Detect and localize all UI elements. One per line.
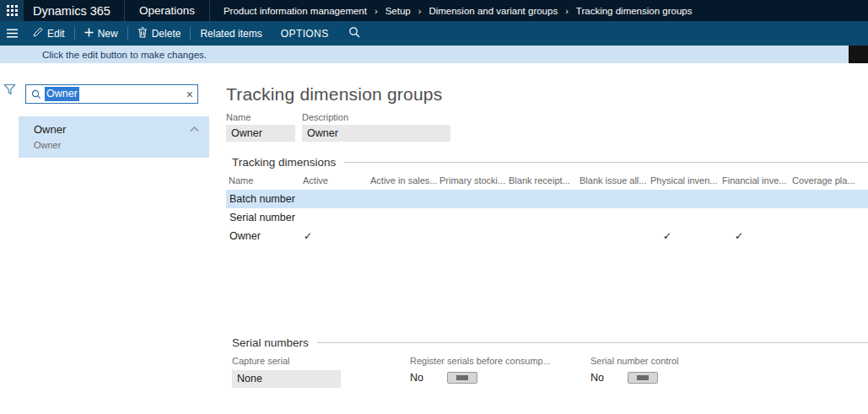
action-pane-toolbar: Edit New Delete Related items OPTIONS xyxy=(0,21,868,46)
table-row-serial-number[interactable]: Serial number xyxy=(226,208,868,227)
header-fields: Name Owner Description Owner xyxy=(226,112,868,142)
hamburger-menu-icon[interactable] xyxy=(0,21,24,46)
tracking-dimensions-section: Tracking dimensions Name Active Active i… xyxy=(226,156,868,245)
serial-number-control-group: Serial number control No xyxy=(590,356,679,388)
list-item-owner[interactable]: Owner Owner xyxy=(19,116,209,158)
plus-icon xyxy=(84,28,94,40)
table-header-row: Name Active Active in sales... Primary s… xyxy=(226,169,868,190)
options-label: OPTIONS xyxy=(281,28,329,40)
related-items-button[interactable]: Related items xyxy=(191,21,271,46)
waffle-grid-icon xyxy=(7,5,18,16)
tracking-dimensions-heading: Tracking dimensions xyxy=(226,156,868,169)
column-header-coverage-plan[interactable]: Coverage pla... xyxy=(790,175,868,185)
register-serials-toggle[interactable] xyxy=(447,372,477,384)
description-label: Description xyxy=(302,112,450,122)
message-bar: Click the edit button to make changes. xyxy=(0,46,868,63)
app-launcher-waffle-icon[interactable] xyxy=(0,0,24,21)
left-icon-rail xyxy=(0,63,19,414)
capture-serial-group: Capture serial None xyxy=(232,356,344,388)
serial-number-control-label: Serial number control xyxy=(590,356,679,366)
serial-numbers-fields: Capture serial None Register serials bef… xyxy=(226,356,868,388)
clear-search-icon[interactable]: × xyxy=(186,89,193,100)
serial-numbers-section: Serial numbers Capture serial None Regis… xyxy=(226,336,868,388)
column-header-blank-receipt[interactable]: Blank receipt... xyxy=(506,175,577,185)
pencil-icon xyxy=(33,27,43,40)
column-header-active-in-sales[interactable]: Active in sales... xyxy=(368,175,437,185)
list-item-subtitle: Owner xyxy=(34,139,201,151)
name-field[interactable]: Owner xyxy=(226,125,295,142)
column-header-name[interactable]: Name xyxy=(226,175,300,185)
serial-numbers-heading-text: Serial numbers xyxy=(232,336,309,349)
toggle-knob xyxy=(637,375,649,380)
delete-button-label: Delete xyxy=(152,28,181,40)
register-serials-label: Register serials before consump... xyxy=(410,356,590,366)
filter-funnel-icon[interactable] xyxy=(3,83,16,414)
column-header-primary-stocking[interactable]: Primary stocki... xyxy=(437,175,506,185)
page-title: Tracking dimension groups xyxy=(226,84,868,105)
related-items-label: Related items xyxy=(200,28,261,40)
cell-name[interactable]: Batch number xyxy=(226,193,300,205)
delete-button[interactable]: Delete xyxy=(128,21,191,46)
list-item-title: Owner xyxy=(34,122,201,137)
capture-serial-label: Capture serial xyxy=(232,356,344,366)
breadcrumb: Product information management › Setup ›… xyxy=(224,6,693,16)
serial-number-control-toggle[interactable] xyxy=(628,372,658,384)
breadcrumb-separator-icon: › xyxy=(565,6,569,16)
app-name-operations[interactable]: Operations xyxy=(125,0,209,21)
serial-numbers-heading: Serial numbers xyxy=(226,336,868,349)
cell-active-checkmark[interactable]: ✓ xyxy=(300,230,368,242)
search-icon xyxy=(31,89,41,99)
quick-filter-input[interactable]: Owner × xyxy=(25,84,198,104)
register-serials-value: No xyxy=(410,372,423,384)
new-button-label: New xyxy=(98,28,118,40)
message-bar-right-dark-block xyxy=(849,46,868,63)
options-button[interactable]: OPTIONS xyxy=(272,21,338,46)
message-bar-text: Click the edit button to make changes. xyxy=(42,50,207,60)
breadcrumb-separator-icon: › xyxy=(418,6,422,16)
breadcrumb-item-tracking-dimension-groups[interactable]: Tracking dimension groups xyxy=(576,6,693,16)
breadcrumb-separator-icon: › xyxy=(375,6,378,16)
description-field[interactable]: Owner xyxy=(302,125,450,142)
hamburger-lines xyxy=(6,28,19,39)
cell-name[interactable]: Owner xyxy=(226,230,300,242)
record-list-panel: Owner × Owner Owner xyxy=(19,63,209,414)
tracking-dimensions-heading-text: Tracking dimensions xyxy=(232,156,336,169)
edit-button-label: Edit xyxy=(47,28,65,40)
capture-serial-field[interactable]: None xyxy=(232,370,341,388)
content-area: Owner × Owner Owner Tracking dimension g… xyxy=(0,63,868,414)
description-field-group: Description Owner xyxy=(302,112,450,142)
column-header-blank-issue[interactable]: Blank issue all... xyxy=(577,175,648,185)
name-label: Name xyxy=(226,112,295,122)
cell-financial-inventory-checkmark[interactable]: ✓ xyxy=(720,230,790,242)
cell-physical-inventory-checkmark[interactable]: ✓ xyxy=(648,230,720,242)
cell-name[interactable]: Serial number xyxy=(226,212,300,223)
quick-filter-selected-text: Owner xyxy=(45,87,79,101)
breadcrumb-item-module[interactable]: Product information management xyxy=(224,6,367,16)
table-row-batch-number[interactable]: Batch number xyxy=(226,190,868,208)
breadcrumb-item-dimension-groups[interactable]: Dimension and variant groups xyxy=(429,6,558,16)
toggle-knob xyxy=(456,375,468,380)
table-row-owner[interactable]: Owner ✓ ✓ ✓ xyxy=(226,227,868,245)
trash-icon xyxy=(137,27,148,40)
edit-button[interactable]: Edit xyxy=(24,21,74,46)
chevron-up-icon[interactable] xyxy=(190,126,199,132)
brand-dynamics-365[interactable]: Dynamics 365 xyxy=(24,4,124,18)
topbar-divider xyxy=(209,0,210,21)
section-rule xyxy=(317,342,868,343)
details-form: Tracking dimension groups Name Owner Des… xyxy=(209,63,868,414)
top-navigation-bar: Dynamics 365 Operations Product informat… xyxy=(0,0,868,21)
column-header-physical-inventory[interactable]: Physical inven... xyxy=(648,175,720,185)
column-header-active[interactable]: Active xyxy=(300,175,368,185)
register-serials-group: Register serials before consump... No xyxy=(410,356,590,388)
toolbar-search-icon[interactable] xyxy=(348,26,360,41)
new-button[interactable]: New xyxy=(75,21,127,46)
name-field-group: Name Owner xyxy=(226,112,295,142)
serial-number-control-value: No xyxy=(590,372,604,384)
app-window: Dynamics 365 Operations Product informat… xyxy=(0,0,868,414)
section-rule xyxy=(344,162,868,163)
column-header-financial-inventory[interactable]: Financial inve... xyxy=(720,175,790,185)
breadcrumb-item-setup[interactable]: Setup xyxy=(385,6,411,16)
